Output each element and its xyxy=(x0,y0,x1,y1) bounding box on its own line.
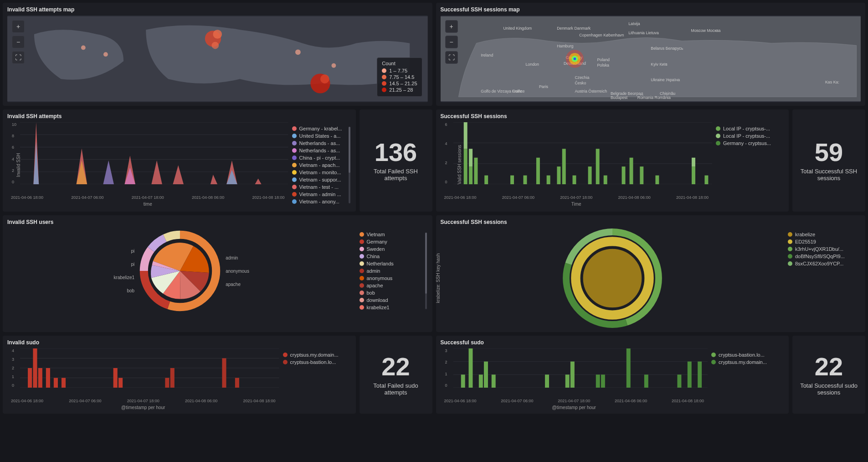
legend-item[interactable]: cryptsus.my.domain... xyxy=(283,352,351,358)
legend-swatch-icon xyxy=(360,239,364,244)
legend-item[interactable]: Vietnam - anony... xyxy=(292,199,351,204)
legend-invalid-ssh: Germany - krabel...United States - a...N… xyxy=(292,122,351,208)
legend-item[interactable]: krabelize1 xyxy=(360,305,428,310)
legend-item[interactable]: Netherlands xyxy=(360,261,428,266)
fit-bounds-icon[interactable]: ⛶ xyxy=(12,51,25,64)
legend-swatch-icon xyxy=(292,170,297,175)
legend-swatch-icon xyxy=(360,254,364,259)
legend-item[interactable]: Vietnam xyxy=(360,232,428,237)
bar-chart-success-sudo[interactable]: 3 2 1 0 xyxy=(441,348,708,399)
legend-swatch-icon xyxy=(360,283,364,288)
svg-rect-96 xyxy=(46,368,50,388)
zoom-out-icon[interactable]: − xyxy=(12,36,25,48)
legend-item[interactable]: Germany - cryptsus... xyxy=(716,140,784,146)
legend-swatch-icon xyxy=(292,177,297,182)
area-chart-invalid-ssh[interactable]: 10 8 6 4 2 0 xyxy=(7,122,288,195)
svg-point-7 xyxy=(332,63,336,68)
svg-rect-103 xyxy=(222,358,226,388)
legend-item[interactable]: admin xyxy=(360,268,428,274)
svg-text:Lithuania Lietuva: Lithuania Lietuva xyxy=(628,31,659,35)
svg-point-5 xyxy=(320,74,329,83)
legend-label: Netherlands - as... xyxy=(299,148,340,153)
panel-success-sudo: Successful sudo 3 2 1 0 2021-04-06 18:00 xyxy=(436,336,789,414)
legend-swatch-icon xyxy=(292,148,297,153)
svg-rect-109 xyxy=(461,374,465,388)
svg-point-6 xyxy=(295,49,301,55)
legend-item[interactable]: Local IP - cryptsus-... xyxy=(716,133,784,139)
legend-item[interactable]: krabelize xyxy=(788,232,861,237)
legend-item[interactable]: apache xyxy=(360,283,428,288)
legend-invalid-sudo: cryptsus.my.domain...cryptsus-bastion.lo… xyxy=(283,348,351,410)
svg-rect-115 xyxy=(565,374,569,388)
svg-text:Kyiv Київ: Kyiv Київ xyxy=(651,62,668,67)
zoom-in-icon[interactable]: + xyxy=(445,20,458,33)
panel-success-ssh-keys: Successful SSH sessions krabelize: SSH k… xyxy=(436,215,866,332)
legend-swatch-icon xyxy=(711,360,716,364)
svg-rect-70 xyxy=(640,166,643,184)
legend-swatch-icon xyxy=(716,134,720,138)
legend-item[interactable]: Netherlands - as... xyxy=(292,148,351,153)
bar-chart-success-ssh[interactable]: 6 4 2 0 xyxy=(441,122,713,195)
legend-item[interactable]: Germany xyxy=(360,239,428,244)
legend-item[interactable]: bob xyxy=(360,290,428,296)
legend-item[interactable]: Local IP - cryptsus-... xyxy=(716,126,784,131)
svg-text:Belarus Беларусь: Belarus Беларусь xyxy=(651,46,683,51)
legend-swatch-icon xyxy=(788,247,792,251)
panel-invalid-sudo: Invalid sudo 4 3 2 1 0 2021-04 xyxy=(3,336,356,414)
legend-item[interactable]: China - pi - crypt... xyxy=(292,155,351,161)
europe-map-success[interactable]: + − ⛶ United Kingdom Ireland London Hamb… xyxy=(441,16,861,102)
legend-item[interactable]: k3rhU+vjQXR1Dbu/... xyxy=(788,246,861,252)
legend-item[interactable]: Vietnam - suppor... xyxy=(292,177,351,182)
legend-label: k3rhU+vjQXR1Dbu/... xyxy=(795,246,843,252)
legend-label: Netherlands xyxy=(367,261,394,266)
pie-chart-invalid-users[interactable] xyxy=(139,230,221,312)
zoom-out-icon[interactable]: − xyxy=(445,36,458,48)
legend-item[interactable]: anonymous xyxy=(360,275,428,281)
legend-item[interactable]: 8sxCJX62Xoo9YCP... xyxy=(788,261,861,266)
legend-item[interactable]: China xyxy=(360,254,428,259)
legend-label: Vietnam - admin ... xyxy=(299,192,341,197)
legend-swatch-icon xyxy=(360,291,364,295)
legend-item[interactable]: Vietnam - apach... xyxy=(292,162,351,168)
svg-rect-111 xyxy=(478,374,483,388)
legend-label: Vietnam xyxy=(367,232,385,237)
svg-text:Austria Österreich: Austria Österreich xyxy=(575,89,607,93)
legend-item[interactable]: doBfNsySf8/SQqPI9... xyxy=(788,254,861,259)
svg-rect-119 xyxy=(626,348,630,388)
legend-label: Local IP - cryptsus-... xyxy=(723,126,770,131)
legend-item[interactable]: ED25519 xyxy=(788,239,861,244)
legend-swatch-icon xyxy=(292,134,297,138)
scrollbar[interactable] xyxy=(425,233,427,309)
fit-bounds-icon[interactable]: ⛶ xyxy=(445,51,458,64)
svg-text:Golfo de Vizcaya Golfe: Golfo de Vizcaya Golfe xyxy=(481,89,522,93)
legend-item[interactable]: Sweden xyxy=(360,246,428,252)
zoom-in-icon[interactable]: + xyxy=(12,20,25,33)
legend-item[interactable]: Vietnam - monito... xyxy=(292,170,351,175)
legend-item[interactable]: cryptsus.my.domain... xyxy=(711,359,784,365)
legend-item[interactable]: cryptsus-bastion.lo... xyxy=(283,359,351,365)
legend-item[interactable]: Vietnam - admin ... xyxy=(292,192,351,197)
legend-item[interactable]: Vietnam - test - ... xyxy=(292,184,351,190)
svg-text:Moscow Москва: Moscow Москва xyxy=(691,28,720,33)
legend-item[interactable]: Netherlands - as... xyxy=(292,140,351,146)
bar-chart-invalid-sudo[interactable]: 4 3 2 1 0 xyxy=(7,348,279,399)
metric-value: 59 xyxy=(815,140,843,165)
map-legend: Count 1 – 7.75 7.75 – 14.5 14.5 – 21.25 … xyxy=(377,57,422,97)
legend-item[interactable]: United States - a... xyxy=(292,133,351,139)
world-map-invalid[interactable]: + − ⛶ Count 1 xyxy=(7,16,428,102)
legend-item[interactable]: cryptsus-bastion.lo... xyxy=(711,352,784,358)
svg-rect-73 xyxy=(692,158,695,166)
scrollbar[interactable] xyxy=(349,127,350,203)
legend-item[interactable]: Germany - krabel... xyxy=(292,126,351,131)
sunburst-chart-ssh-keys[interactable] xyxy=(562,228,663,328)
metric-label: Total Successful sudo sessions xyxy=(797,382,861,396)
legend-label: Local IP - cryptsus-... xyxy=(723,133,770,139)
svg-text:Polska: Polska xyxy=(597,63,609,67)
legend-label: United States - a... xyxy=(299,133,341,139)
legend-item[interactable]: download xyxy=(360,297,428,303)
pie-labels-right: admin anonymous apache xyxy=(226,255,249,287)
legend-label: Vietnam - test - ... xyxy=(299,184,339,190)
panel-title: Invalid SSH attempts map xyxy=(7,6,428,13)
panel-title: Successful SSH sessions map xyxy=(441,6,861,13)
legend-label: krabelize xyxy=(795,232,815,237)
